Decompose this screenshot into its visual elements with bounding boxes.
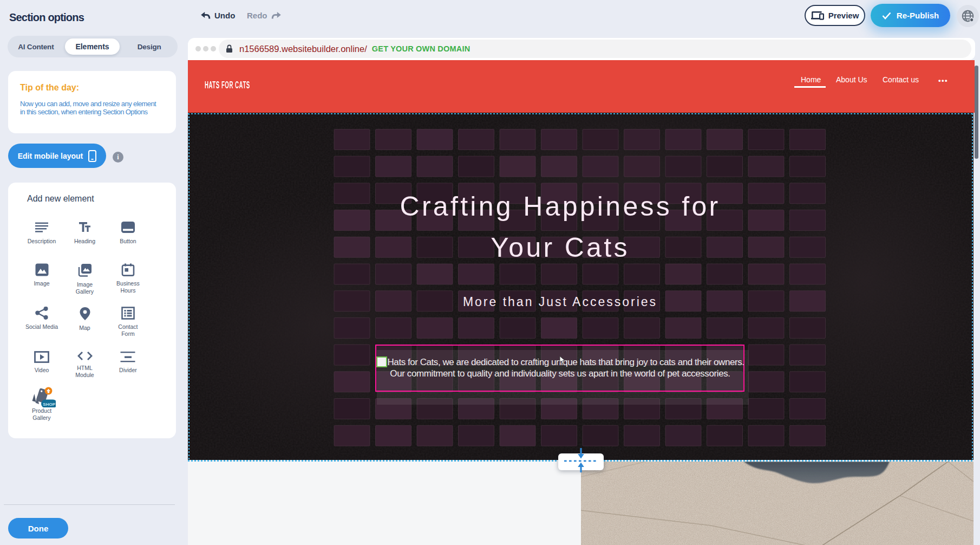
svg-text:SHOP: SHOP	[43, 402, 55, 407]
